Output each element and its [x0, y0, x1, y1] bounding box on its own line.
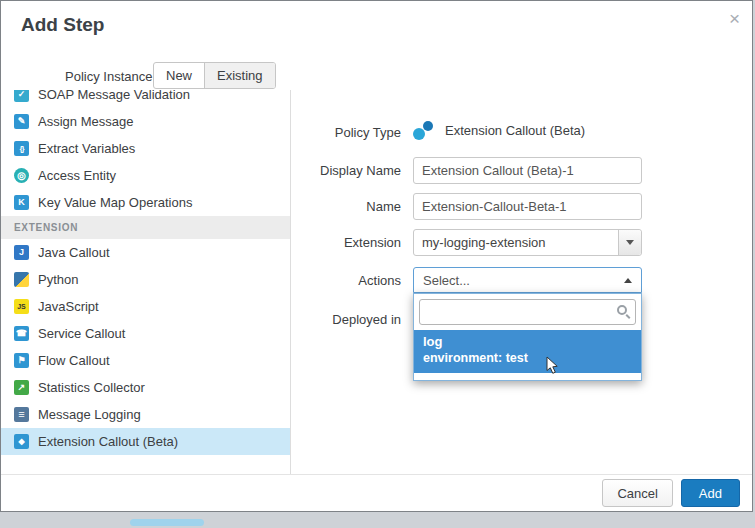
sidebar-item-label: SOAP Message Validation — [38, 90, 190, 102]
background-page-element — [130, 519, 204, 526]
actions-dropdown: log environment: test — [413, 293, 642, 381]
sidebar-item-label: Extension Callout (Beta) — [38, 434, 178, 449]
actions-search-input[interactable] — [419, 299, 636, 325]
sidebar-item-service-callout[interactable]: Service Callout — [1, 320, 290, 347]
java-callout-icon — [14, 245, 29, 260]
assign-message-icon — [14, 114, 29, 129]
deployed-in-label: Deployed in — [261, 312, 401, 327]
option-title: log — [423, 333, 632, 350]
sidebar-item-flow-callout[interactable]: Flow Callout — [1, 347, 290, 374]
sidebar-item-label: Message Logging — [38, 407, 141, 422]
add-button[interactable]: Add — [681, 479, 740, 507]
chevron-down-icon — [618, 230, 641, 255]
add-step-modal: Add Step × Policy Instance New Existing … — [0, 0, 753, 512]
toggle-new[interactable]: New — [154, 63, 204, 88]
sidebar-section-extension: EXTENSION — [1, 216, 290, 239]
message-logging-icon — [14, 407, 29, 422]
sidebar-item-soap-message-validation[interactable]: SOAP Message Validation — [1, 90, 290, 108]
access-entity-icon — [14, 168, 29, 183]
sidebar-item-javascript[interactable]: JavaScript — [1, 293, 290, 320]
policy-type-value: Extension Callout (Beta) — [445, 123, 585, 138]
cancel-button[interactable]: Cancel — [602, 479, 672, 507]
policy-type-value-row: Extension Callout (Beta) — [413, 121, 585, 140]
sidebar-item-message-logging[interactable]: Message Logging — [1, 401, 290, 428]
sidebar-item-label: Assign Message — [38, 114, 133, 129]
sidebar-item-label: JavaScript — [38, 299, 99, 314]
statistics-collector-icon — [14, 380, 29, 395]
close-icon[interactable]: × — [729, 9, 740, 28]
python-icon — [14, 272, 29, 287]
key-value-map-icon — [14, 195, 29, 210]
option-subtitle: environment: test — [423, 350, 632, 367]
action-option-log[interactable]: log environment: test — [414, 330, 641, 373]
flow-callout-icon — [14, 353, 29, 368]
sidebar-item-label: Statistics Collector — [38, 380, 145, 395]
sidebar-item-java-callout[interactable]: Java Callout — [1, 239, 290, 266]
modal-footer: Cancel Add — [1, 474, 752, 511]
extract-variables-icon — [14, 141, 29, 156]
policy-instance-toggle: New Existing — [153, 62, 276, 89]
soap-validation-icon — [14, 90, 29, 102]
actions-search-wrap — [419, 299, 636, 325]
search-icon — [617, 305, 627, 315]
display-name-input[interactable] — [413, 157, 642, 184]
extension-callout-icon — [14, 434, 29, 449]
actions-select-placeholder: Select... — [423, 273, 470, 288]
extension-label: Extension — [261, 235, 401, 250]
sidebar-item-assign-message[interactable]: Assign Message — [1, 108, 290, 135]
service-callout-icon — [14, 326, 29, 341]
sidebar-item-label: Python — [38, 272, 78, 287]
chevron-up-icon — [624, 278, 632, 283]
sidebar-item-access-entity[interactable]: Access Entity — [1, 162, 290, 189]
policy-list: SOAP Message Validation Assign Message E… — [1, 90, 291, 475]
name-input[interactable] — [413, 193, 642, 220]
name-label: Name — [261, 199, 401, 214]
extension-policy-icon — [413, 121, 434, 140]
sidebar-item-label: Extract Variables — [38, 141, 135, 156]
sidebar-item-python[interactable]: Python — [1, 266, 290, 293]
policy-type-label: Policy Type — [261, 125, 401, 140]
actions-select[interactable]: Select... — [413, 267, 642, 293]
sidebar-item-extension-callout-beta[interactable]: Extension Callout (Beta) — [1, 428, 290, 455]
sidebar-item-label: Service Callout — [38, 326, 125, 341]
sidebar-item-label: Access Entity — [38, 168, 116, 183]
sidebar-item-statistics-collector[interactable]: Statistics Collector — [1, 374, 290, 401]
sidebar-item-label: Java Callout — [38, 245, 110, 260]
sidebar-item-extract-variables[interactable]: Extract Variables — [1, 135, 290, 162]
toggle-existing[interactable]: Existing — [204, 63, 275, 88]
extension-select-value: my-logging-extension — [414, 230, 618, 255]
policy-instance-label: Policy Instance — [65, 69, 152, 84]
sidebar-item-key-value-map-operations[interactable]: Key Value Map Operations — [1, 189, 290, 216]
sidebar-item-label: Flow Callout — [38, 353, 110, 368]
actions-label: Actions — [261, 273, 401, 288]
display-name-label: Display Name — [261, 163, 401, 178]
sidebar-item-label: Key Value Map Operations — [38, 195, 192, 210]
modal-title: Add Step — [21, 14, 104, 36]
mouse-cursor-icon — [546, 356, 559, 379]
extension-select[interactable]: my-logging-extension — [413, 229, 642, 256]
javascript-icon — [14, 299, 29, 314]
